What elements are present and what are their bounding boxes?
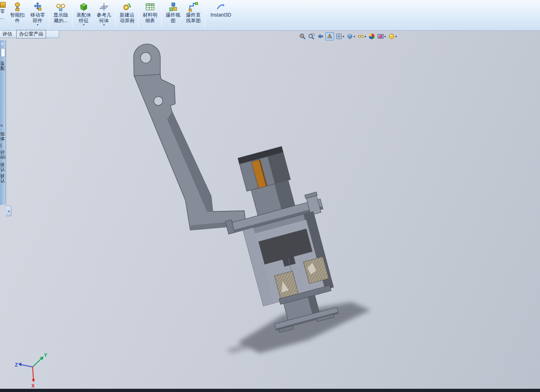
toolbar-label: 零 <box>0 8 5 15</box>
triad-x-label: X <box>32 383 35 389</box>
toolbar-label: Instant3D <box>210 12 231 18</box>
exploded-view-icon <box>168 2 178 12</box>
bom-icon <box>145 2 155 12</box>
toolbar-label: 材料明 <box>143 12 157 18</box>
dropdown-caret[interactable]: ▾ <box>37 23 38 27</box>
toolbar-label: 细表 <box>145 18 155 23</box>
instant3d-icon <box>216 2 226 12</box>
motion-study-icon <box>122 2 132 12</box>
toolbar-separator <box>138 2 139 28</box>
lug-hole <box>140 53 151 63</box>
move-component-icon <box>33 2 42 12</box>
toolbar-label: 线草图 <box>186 18 201 23</box>
assembly-features-icon <box>79 2 89 12</box>
toolbar-separator <box>161 2 162 28</box>
bill-of-materials-button[interactable]: 材料明 细表 <box>140 1 160 23</box>
toolbar-separator <box>49 2 49 28</box>
dropdown-caret[interactable]: ▾ <box>103 23 105 27</box>
smart-fasteners-button[interactable]: 智能扣 件 <box>7 1 28 23</box>
model-canvas[interactable]: Y Z X <box>0 31 540 389</box>
toolbar-label: 参考几 <box>97 12 111 18</box>
toolbar-label: 何体 <box>99 18 109 23</box>
toolbar-button-partial[interactable]: 零 ... <box>0 1 7 21</box>
move-component-button[interactable]: 移动零 部件 ▾ <box>28 1 48 27</box>
dropdown-caret[interactable]: ▾ <box>83 23 85 27</box>
bracket-arm-part[interactable] <box>133 44 246 230</box>
smart-fasteners-icon <box>13 2 22 12</box>
explode-line-sketch-icon <box>188 2 198 12</box>
clipped-icon <box>0 2 6 8</box>
toolbar-label: 特征 <box>79 18 89 23</box>
toolbar-label: 显示隐 <box>53 12 68 18</box>
triad-y-label: Y <box>44 352 47 358</box>
toolbar-separator <box>115 2 116 28</box>
toolbar-label: 爆炸直 <box>186 12 201 18</box>
toolbar-label: 智能扣 <box>10 12 25 18</box>
assembly-features-button[interactable]: 装配体 特征 ▾ <box>74 1 94 27</box>
new-motion-study-button[interactable]: 新建运 动算例 <box>117 1 137 23</box>
toolbar-label: 藏的... <box>54 18 68 23</box>
toolbar-label: 新建运 <box>120 12 134 18</box>
instant3d-button[interactable]: Instant3D <box>206 1 235 18</box>
explode-line-sketch-button[interactable]: 爆炸直 线草图 <box>183 1 203 23</box>
reference-triad: Y Z X <box>15 352 47 389</box>
reference-geometry-button[interactable]: 参考几 何体 ▾ <box>94 1 114 27</box>
toolbar-label: 爆炸视 <box>166 12 180 18</box>
triad-z-label: Z <box>15 362 18 368</box>
command-toolbar: 零 ... 智能扣 件 移动零 部件 ▾ 显示隐 藏的... <box>0 0 540 31</box>
toolbar-label: 装配体 <box>76 12 91 18</box>
reference-geometry-icon <box>99 2 109 12</box>
toolbar-label: 移动零 <box>30 12 45 18</box>
show-hidden-icon <box>56 2 66 12</box>
toolbar-separator <box>205 2 205 28</box>
status-bar <box>0 389 540 392</box>
arm-hole <box>154 97 163 105</box>
exploded-view-button[interactable]: 爆炸视 图 <box>163 1 183 23</box>
show-hidden-components-button[interactable]: 显示隐 藏的... <box>51 1 71 23</box>
toolbar-label: 图 <box>171 18 176 23</box>
toolbar-label: 部件 <box>33 18 42 23</box>
toolbar-separator <box>72 2 72 28</box>
toolbar-label: ... <box>0 15 4 21</box>
toolbar-label: 件 <box>15 18 20 23</box>
graphics-viewport[interactable]: 评估 办公室产品 <box>0 31 540 389</box>
toolbar-label: 动算例 <box>120 18 134 23</box>
cylinder-assembly-section[interactable] <box>210 140 351 339</box>
